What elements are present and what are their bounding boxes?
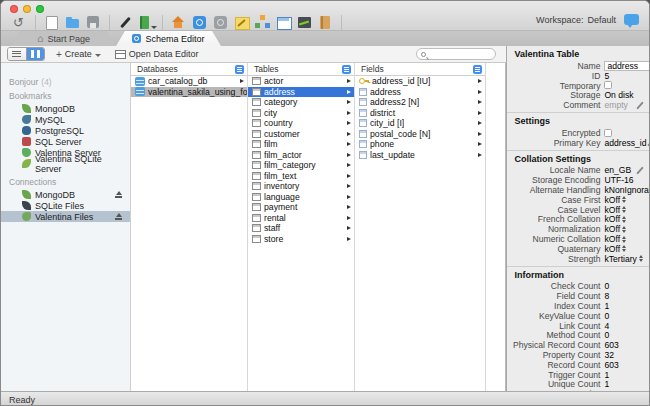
table-row[interactable]: rental <box>248 213 354 224</box>
field-icon <box>359 98 367 106</box>
field-row[interactable]: last_update <box>355 150 485 161</box>
search-input[interactable] <box>426 49 486 59</box>
disclosure-arrow-icon <box>478 132 482 136</box>
stepper-icon[interactable] <box>622 226 626 233</box>
note-icon[interactable] <box>234 15 249 30</box>
report-icon[interactable] <box>318 15 333 30</box>
stepper-icon[interactable] <box>622 236 626 243</box>
table-icon <box>252 77 261 85</box>
field-row[interactable]: address <box>355 87 485 98</box>
property-inspector: Valentina TableNameID5TemporaryStorageOn… <box>506 46 649 391</box>
table-row[interactable]: language <box>248 192 354 203</box>
table-row[interactable]: address <box>248 87 354 98</box>
table-row[interactable]: inventory <box>248 181 354 192</box>
table-row[interactable]: staff <box>248 223 354 234</box>
bookmark-postgresql[interactable]: PostgreSQL <box>1 125 130 136</box>
open-folder-icon[interactable] <box>65 15 80 30</box>
minimize-window-button[interactable] <box>23 5 31 13</box>
field-row[interactable]: district <box>355 108 485 119</box>
fields-list: address_id [IU]addressaddress2 [N]distri… <box>355 76 485 391</box>
undo-icon[interactable] <box>12 15 27 30</box>
create-button[interactable]: + Create <box>53 48 104 60</box>
table-row[interactable]: store <box>248 234 354 245</box>
field-row[interactable]: address_id [IU] <box>355 76 485 87</box>
diagram-icon[interactable] <box>255 15 270 30</box>
book-green-icon[interactable] <box>139 15 154 30</box>
key-icon <box>359 77 369 85</box>
disclosure-arrow-icon <box>347 163 351 167</box>
edit-pencil-icon[interactable] <box>635 166 644 175</box>
table-row[interactable]: film <box>248 139 354 150</box>
table-row[interactable]: category <box>248 97 354 108</box>
feedback-bubble-icon[interactable] <box>624 14 639 25</box>
filter-badge-icon[interactable] <box>235 65 244 74</box>
open-data-editor-button[interactable]: Open Data Editor <box>112 48 202 60</box>
property-checkbox[interactable] <box>604 129 612 137</box>
stepper-icon[interactable] <box>639 255 643 262</box>
table-window-icon[interactable] <box>276 15 291 30</box>
table-icon <box>252 119 261 127</box>
field-row[interactable]: city_id [I] <box>355 118 485 129</box>
pen-icon[interactable] <box>118 15 133 30</box>
table-row[interactable]: actor <box>248 76 354 87</box>
field-row[interactable]: address2 [N] <box>355 97 485 108</box>
home-icon[interactable] <box>171 15 186 30</box>
bookmark-valentina-sqlite-server[interactable]: Valentina SQLite Server <box>1 158 130 169</box>
eject-icon[interactable] <box>115 191 122 198</box>
table-row[interactable]: film_category <box>248 160 354 171</box>
zoom-window-button[interactable] <box>36 5 44 13</box>
mongodb-icon <box>22 190 31 199</box>
disclosure-arrow-icon <box>347 184 351 188</box>
filter-badge-icon[interactable] <box>342 65 351 74</box>
close-window-button[interactable] <box>10 5 18 13</box>
filter-badge-icon[interactable] <box>473 65 482 74</box>
table-row[interactable]: film_text <box>248 171 354 182</box>
valentina-server-icon <box>22 148 31 157</box>
database-row[interactable]: valentina_sakila_using_foreign_key <box>131 87 247 98</box>
property-checkbox[interactable] <box>604 81 612 89</box>
field-row[interactable]: postal_code [N] <box>355 129 485 140</box>
list-view-button[interactable] <box>8 48 26 60</box>
property-value-input[interactable] <box>604 61 649 71</box>
stepper-icon[interactable] <box>622 245 626 252</box>
tab-start-page[interactable]: ⌂ Start Page <box>11 31 116 46</box>
property-value: kOff <box>604 195 620 205</box>
schema-editor-icon[interactable] <box>192 15 207 30</box>
stepper-icon[interactable] <box>622 216 626 223</box>
table-icon <box>252 88 261 96</box>
stepper-icon[interactable] <box>622 206 626 213</box>
toolbar-separator <box>162 15 163 30</box>
property-value: kOff <box>604 214 620 224</box>
connection-sqlite-files[interactable]: SQLite Files <box>1 200 130 211</box>
edit-pencil-icon[interactable] <box>635 101 644 110</box>
property-row: Field Count8 <box>507 291 649 301</box>
new-document-icon[interactable] <box>44 15 59 30</box>
inspector-section: SettingsEncryptedPrimary Keyaddress_id <box>507 113 649 151</box>
property-label: KeyValue Count <box>507 311 600 321</box>
disclosure-arrow-icon <box>478 111 482 115</box>
table-row[interactable]: payment <box>248 202 354 213</box>
table-row[interactable]: country <box>248 118 354 129</box>
property-value: 0 <box>604 330 609 340</box>
property-row: Size161512 <box>507 389 649 391</box>
columns-view-button[interactable] <box>26 48 44 60</box>
database-row[interactable]: car_catalog_db <box>131 76 247 87</box>
empty-column <box>486 63 506 391</box>
table-row[interactable]: city <box>248 108 354 119</box>
field-row[interactable]: phone <box>355 139 485 150</box>
save-icon[interactable] <box>86 15 101 30</box>
table-row[interactable]: film_actor <box>248 150 354 161</box>
connection-valentina-files[interactable]: Valentina Files <box>1 211 130 222</box>
table-row[interactable]: customer <box>248 129 354 140</box>
bookmark-mongodb[interactable]: MongoDB <box>1 103 130 114</box>
connection-mongodb[interactable]: MongoDB <box>1 189 130 200</box>
stepper-icon[interactable] <box>622 196 626 203</box>
bookmark-sql-server[interactable]: SQL Server <box>1 136 130 147</box>
eject-icon[interactable] <box>115 213 122 220</box>
camera-gray-icon[interactable] <box>213 15 228 30</box>
table-icon <box>252 130 261 138</box>
bookmark-mysql[interactable]: MySQL <box>1 114 130 125</box>
tab-schema-editor[interactable]: Schema Editor <box>116 31 221 46</box>
chart-icon[interactable] <box>297 15 312 30</box>
property-label: Method Count <box>507 330 600 340</box>
